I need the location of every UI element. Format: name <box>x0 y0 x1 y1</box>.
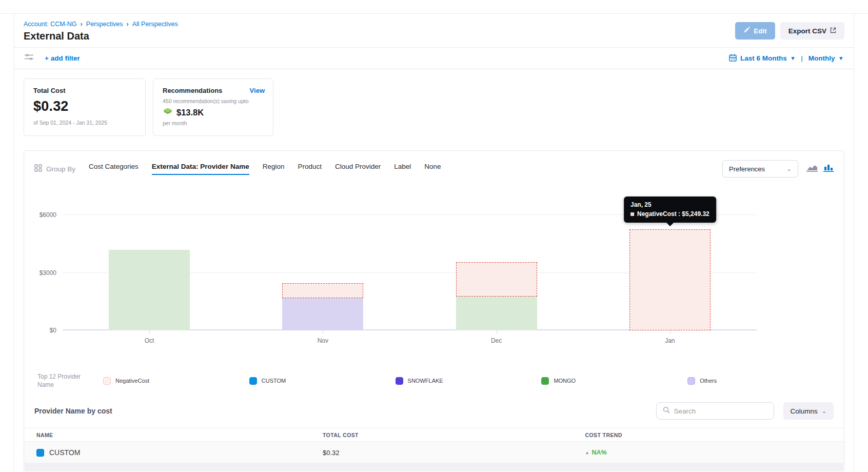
tab-label[interactable]: Label <box>394 163 411 175</box>
legend-swatch <box>103 377 111 385</box>
column-header-total-cost[interactable]: TOTAL COST <box>323 432 585 438</box>
chart-card: Group By Cost CategoriesExternal Data: P… <box>24 150 844 472</box>
tab-cost-categories[interactable]: Cost Categories <box>89 163 139 175</box>
partial-table-row <box>25 463 843 471</box>
recommendations-title: Recommendations <box>163 87 264 94</box>
recommendations-subtitle: 450 recommendation(s) saving upto <box>163 98 264 104</box>
cell-provider-name: CUSTOM <box>36 448 323 457</box>
preferences-select[interactable]: Preferences ⌄ <box>722 160 798 178</box>
table-title: Provider Name by cost <box>34 407 112 415</box>
cost-chart: Jan, 25 NegativeCost : $5,249.32 $0$3000… <box>34 181 834 354</box>
provider-swatch <box>36 449 44 457</box>
money-stack-icon <box>163 107 173 117</box>
bar-nov[interactable] <box>282 283 363 330</box>
header-actions: Edit Export CSV <box>735 22 844 40</box>
table-header-row: NAME TOTAL COST COST TREND <box>24 428 844 442</box>
legend-item-custom[interactable]: CUSTOM <box>249 377 396 385</box>
chevron-down-icon: ⌄ <box>787 166 792 172</box>
breadcrumb-item[interactable]: Account: CCM-NG <box>24 21 77 28</box>
chevron-down-icon[interactable]: ▾ <box>792 55 795 62</box>
breadcrumb-item[interactable]: All Perspectives <box>132 21 178 28</box>
tab-region[interactable]: Region <box>263 163 285 175</box>
breadcrumb-item[interactable]: Perspectives <box>86 21 123 28</box>
x-axis-label: Oct <box>63 337 236 344</box>
edit-button[interactable]: Edit <box>735 22 775 40</box>
bar-segment-mongo[interactable] <box>109 250 190 330</box>
group-by-tabs: Cost CategoriesExternal Data: Provider N… <box>89 163 441 175</box>
page-title: External Data <box>24 30 844 42</box>
granularity-select[interactable]: Monthly <box>808 54 835 62</box>
chart-tooltip: Jan, 25 NegativeCost : $5,249.32 <box>624 196 716 223</box>
recommendations-card: Recommendations View 450 recommendation(… <box>153 78 273 136</box>
filter-bar: + add filter Last 6 Months ▾ | Monthly ▾ <box>14 48 854 69</box>
legend-label: CUSTOM <box>262 378 286 384</box>
bar-segment-mongo[interactable] <box>456 297 537 330</box>
chart-slot-nov: Nov <box>236 195 409 330</box>
tab-none[interactable]: None <box>424 163 441 175</box>
columns-button[interactable]: Columns ⌄ <box>783 402 834 420</box>
filter-sliders-icon[interactable] <box>25 53 33 63</box>
provider-name-label: CUSTOM <box>49 448 80 457</box>
table-toolbar: Provider Name by cost Columns ⌄ <box>34 402 834 420</box>
cell-cost-trend: ▲NA% <box>585 449 832 456</box>
legend-item-others[interactable]: Others <box>687 377 834 385</box>
table-row[interactable]: CUSTOM$0.32▲NA% <box>24 442 844 463</box>
legend-item-negativecost[interactable]: NegativeCost <box>103 377 249 385</box>
bar-segment-negativecost[interactable] <box>456 262 537 297</box>
total-cost-value: $0.32 <box>33 99 136 114</box>
x-axis-label: Dec <box>410 337 583 344</box>
legend-title: Top 12 Provider Name <box>37 372 91 389</box>
search-input[interactable] <box>674 407 767 415</box>
cell-total-cost: $0.32 <box>323 449 585 457</box>
page-header: Account: CCM-NG›Perspectives›All Perspec… <box>14 14 854 48</box>
tooltip-title: Jan, 25 <box>630 201 709 208</box>
view-recommendations-link[interactable]: View <box>250 87 265 94</box>
table-body: CUSTOM$0.32▲NA% <box>24 442 844 463</box>
legend-item-mongo[interactable]: MONGO <box>541 377 687 385</box>
table-search <box>656 402 774 420</box>
legend-swatch <box>396 377 403 385</box>
tab-external-data-provider-name[interactable]: External Data: Provider Name <box>152 163 249 175</box>
bar-segment-others[interactable] <box>282 298 363 330</box>
bar-chart-icon[interactable] <box>823 164 834 174</box>
chevron-down-icon[interactable]: ▾ <box>839 55 842 62</box>
tooltip-series-bullet <box>630 212 634 216</box>
legend-label: MONGO <box>554 378 576 384</box>
chart-plot: Jan, 25 NegativeCost : $5,249.32 $0$3000… <box>63 195 757 330</box>
column-header-cost-trend[interactable]: COST TREND <box>585 432 832 438</box>
chevron-down-icon: ⌄ <box>822 408 826 415</box>
perspective-page: Account: CCM-NG›Perspectives›All Perspec… <box>14 14 854 472</box>
bar-dec[interactable] <box>456 262 537 330</box>
total-cost-period: of Sep 01, 2024 - Jan 31, 2025 <box>33 120 136 126</box>
recommendations-per-month: per month <box>163 120 264 126</box>
grid-icon <box>34 164 42 173</box>
area-chart-icon[interactable] <box>806 164 818 174</box>
pencil-icon <box>743 27 750 35</box>
chart-slot-dec: Dec <box>410 195 583 330</box>
bar-jan[interactable] <box>629 229 711 330</box>
bar-segment-negativecost[interactable] <box>629 229 711 330</box>
legend-item-snowflake[interactable]: SNOWFLAKE <box>396 377 542 385</box>
breadcrumb: Account: CCM-NG›Perspectives›All Perspec… <box>24 20 844 28</box>
bar-oct[interactable] <box>109 250 190 330</box>
legend-label: NegativeCost <box>115 378 149 384</box>
calendar-icon <box>729 54 737 63</box>
x-axis-tick <box>670 330 670 334</box>
chart-slot-oct: Oct <box>63 195 236 330</box>
bar-segment-negativecost[interactable] <box>282 283 363 298</box>
legend-label: SNOWFLAKE <box>408 378 443 384</box>
breadcrumb-separator: › <box>81 20 83 28</box>
y-axis-label: $0 <box>50 327 56 334</box>
add-filter-button[interactable]: + add filter <box>45 54 80 62</box>
tab-cloud-provider[interactable]: Cloud Provider <box>335 163 381 175</box>
external-link-icon <box>830 27 836 35</box>
time-range-select[interactable]: Last 6 Months <box>740 54 787 62</box>
search-icon <box>663 406 670 416</box>
column-header-name[interactable]: NAME <box>36 432 323 438</box>
x-axis-label: Nov <box>236 337 409 344</box>
total-cost-card: Total Cost $0.32 of Sep 01, 2024 - Jan 3… <box>24 78 146 136</box>
legend-swatch <box>541 377 549 385</box>
tab-product[interactable]: Product <box>298 163 322 175</box>
export-csv-button[interactable]: Export CSV <box>780 22 844 40</box>
page-body: Total Cost $0.32 of Sep 01, 2024 - Jan 3… <box>14 69 854 472</box>
